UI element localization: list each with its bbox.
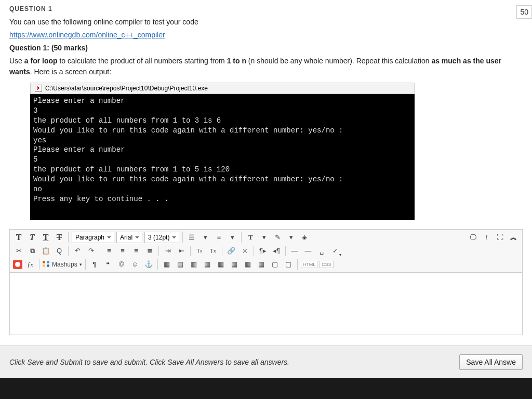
bullet-list-menu[interactable]: ▾ [200,232,211,243]
spellcheck-button[interactable]: ✓▾ [329,245,341,257]
nbsp-button[interactable]: ␣ [316,245,327,257]
editor-textarea[interactable] [9,273,523,335]
hr2-button[interactable]: — [302,245,314,257]
mashups-icon [43,261,50,268]
redo-button[interactable]: ↷ [85,245,97,257]
clear-format-button[interactable]: ◈ [299,232,310,243]
find-button[interactable]: Q [54,245,65,257]
collapse-button[interactable]: ︽ [508,232,519,243]
console-path: C:\Users\afar\source\repos\Project10\Deb… [45,85,208,92]
table-split-button[interactable]: ▦ [229,259,240,270]
table-merge-button[interactable]: ▦ [215,259,227,270]
highlight-menu[interactable]: ▾ [285,232,297,243]
table-bg-button[interactable]: ▢ [283,259,294,270]
unlink-button[interactable]: ⤫ [239,245,250,257]
bullet-list-button[interactable]: ☰ [186,232,197,243]
strike-button[interactable]: T [54,232,65,243]
footer-hint: Click Save and Submit to save and submit… [9,358,289,366]
table-props-button[interactable]: ▢ [269,259,281,270]
table-col-button[interactable]: ▥ [188,259,200,270]
question-title: Question 1: (50 marks) [9,43,523,54]
mashups-button[interactable]: Mashups ▾ [43,261,82,268]
align-center-button[interactable]: ≡ [117,245,128,257]
outdent-button[interactable]: ⇤ [176,245,187,257]
question-header: QUESTION 1 [9,5,523,12]
preview-button[interactable]: 🖵 [467,232,478,243]
highlight-button[interactable]: ✎ [272,232,283,243]
cut-button[interactable]: ✂ [13,245,24,257]
align-left-button[interactable]: ≡ [103,245,115,257]
text-color-button[interactable]: T [245,232,256,243]
rtl-button[interactable]: ◂¶ [271,245,282,257]
console-window: C:\Users\afar\source\repos\Project10\Deb… [30,83,415,220]
save-all-answers-button[interactable]: Save All Answe [459,354,523,370]
underline-button[interactable]: T [40,232,51,243]
table-row-button[interactable]: ▤ [175,259,186,270]
cmd-icon [35,85,42,92]
fx-button[interactable]: ƒx [24,259,36,270]
monitor-bezel [0,378,532,399]
link-button[interactable]: 🔗 [225,245,237,257]
table-del-col-button[interactable]: ▦ [256,259,267,270]
paste-button[interactable]: 📋 [40,245,51,257]
compiler-link[interactable]: https://www.onlinegdb.com/online_c++_com… [9,31,165,39]
blockquote-button[interactable]: ❝ [102,259,114,270]
record-button[interactable] [13,260,22,269]
italic-button[interactable]: T [26,232,38,243]
undo-button[interactable]: ↶ [72,245,83,257]
align-justify-button[interactable]: ≣ [144,245,155,257]
copy-button[interactable]: ⧉ [26,245,38,257]
font-select[interactable]: Arial [116,232,142,243]
ltr-button[interactable]: ¶▸ [257,245,269,257]
hr-button[interactable]: — [289,245,300,257]
emoji-button[interactable]: ☺ [129,259,141,270]
table-cell-button[interactable]: ▦ [202,259,213,270]
number-list-button[interactable]: ≡ [213,232,224,243]
superscript-button[interactable]: Tx [194,245,205,257]
html-button[interactable]: HTML [301,261,318,268]
subscript-button[interactable]: Tx [207,245,219,257]
intro-text: You can use the following online compile… [9,17,523,28]
console-titlebar: C:\Users\afar\source\repos\Project10\Deb… [30,83,415,94]
table-del-row-button[interactable]: ▦ [242,259,254,270]
anchor-button[interactable]: ⚓ [143,259,154,270]
footer-bar: Click Save and Submit to save and submit… [0,345,532,378]
show-para-button[interactable]: ¶ [89,259,100,270]
text-color-menu[interactable]: ▾ [258,232,270,243]
table-button[interactable]: ▦ [161,259,172,270]
align-right-button[interactable]: ≡ [130,245,142,257]
number-list-menu[interactable]: ▾ [227,232,238,243]
fullscreen-button[interactable]: ⛶ [494,232,506,243]
question-instructions: Use a for loop to calculate the product … [9,56,523,77]
bold-button[interactable]: T [13,232,24,243]
css-button[interactable]: CSS [320,261,334,268]
indent-button[interactable]: ⇥ [162,245,174,257]
console-output: Please enter a number 3 the product of a… [30,94,415,220]
editor-toolbar: T T T T Paragraph Arial 3 (12pt) ☰ ▾ ≡ ▾… [9,229,523,273]
points-badge: 50 [516,5,532,19]
info-button[interactable]: i [481,232,492,243]
question-body: You can use the following online compile… [9,17,523,77]
size-select[interactable]: 3 (12pt) [144,232,179,243]
copyright-button[interactable]: © [116,259,127,270]
format-select[interactable]: Paragraph [72,232,114,243]
